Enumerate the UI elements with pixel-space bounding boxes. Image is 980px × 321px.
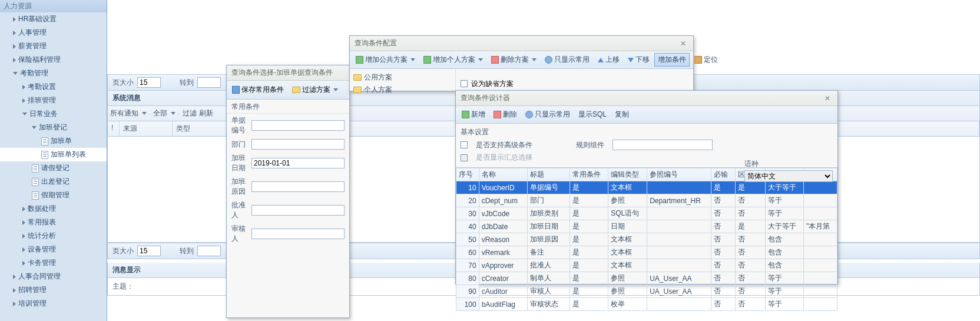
save-common-button[interactable]: 保存常用条件 bbox=[229, 83, 287, 97]
tb-删除[interactable]: 删除 bbox=[490, 108, 521, 121]
sidebar-item[interactable]: 考勤管理 bbox=[0, 67, 107, 80]
table-row[interactable]: 10VoucherID单据编号是文本框是是大于等于 bbox=[456, 181, 837, 194]
table-row[interactable]: 100bAuditFlag审核状态是枚举否否等于 bbox=[456, 298, 837, 311]
sidebar-item[interactable]: 请假登记 bbox=[0, 161, 107, 175]
default-checkbox[interactable] bbox=[461, 80, 468, 87]
tb-定位[interactable]: 定位 bbox=[691, 53, 721, 67]
cell: 100 bbox=[456, 298, 479, 311]
field-input[interactable] bbox=[251, 229, 345, 239]
col-header[interactable]: 参照编号 bbox=[647, 168, 711, 181]
sidebar-item[interactable]: 出差登记 bbox=[0, 175, 107, 188]
sidebar-item[interactable]: 培训管理 bbox=[0, 297, 107, 310]
cell: 否 bbox=[736, 207, 766, 220]
tb-refresh[interactable]: 刷新 bbox=[199, 108, 213, 118]
col-header[interactable]: 标题 bbox=[527, 168, 570, 181]
filter-scheme-button[interactable]: 过滤方案 bbox=[289, 83, 341, 97]
cell: 文本框 bbox=[608, 181, 647, 194]
close-icon[interactable]: ✕ bbox=[678, 39, 688, 48]
tb-filter[interactable]: 过滤 bbox=[183, 108, 197, 118]
tb-增加个人方案[interactable]: 增加个人方案 bbox=[420, 53, 486, 67]
rule-input[interactable] bbox=[612, 140, 713, 150]
sidebar-item[interactable]: 保险福利管理 bbox=[0, 53, 107, 67]
sidebar-item[interactable]: 薪资管理 bbox=[0, 39, 107, 53]
sidebar-item[interactable]: 考勤设置 bbox=[0, 80, 107, 94]
tb-增加公共方案[interactable]: 增加公共方案 bbox=[352, 53, 419, 67]
sidebar-item[interactable]: 常用报表 bbox=[0, 216, 107, 229]
pagesize-input[interactable] bbox=[137, 77, 161, 88]
cell: 是 bbox=[570, 233, 608, 246]
lang-select[interactable]: 简体中文 bbox=[744, 170, 833, 182]
sidebar-item[interactable]: 日常业务 bbox=[0, 107, 107, 121]
eye-icon bbox=[545, 56, 552, 64]
table-row[interactable]: 40dJbDate加班日期是日期否是大于等于"本月第 bbox=[456, 220, 837, 233]
modal2-titlebar: 查询条件配置 ✕ bbox=[350, 36, 693, 51]
tb-删除方案[interactable]: 删除方案 bbox=[488, 53, 540, 67]
goto-input[interactable] bbox=[197, 77, 221, 88]
field-label: 加班原因 bbox=[231, 177, 248, 197]
cell: 参照 bbox=[608, 285, 647, 298]
cell bbox=[647, 181, 711, 194]
col-header[interactable]: 序号 bbox=[456, 168, 479, 181]
tb-下移[interactable]: 下移 bbox=[624, 53, 653, 67]
sidebar-item-label: 日常业务 bbox=[29, 109, 58, 119]
sidebar-item[interactable]: 排班管理 bbox=[0, 94, 107, 107]
col-header[interactable]: 名称 bbox=[479, 168, 527, 181]
sidebar-item[interactable]: 人事合同管理 bbox=[0, 270, 107, 283]
tb-all[interactable]: 全部 bbox=[153, 108, 167, 118]
field-input[interactable] bbox=[251, 181, 345, 192]
sidebar-item[interactable]: 统计分析 bbox=[0, 229, 107, 243]
table-row[interactable]: 20cDept_num部门是参照Department_HR否否等于 bbox=[456, 194, 837, 207]
sidebar-item[interactable]: 加班单 bbox=[0, 134, 107, 148]
sidebar-item[interactable]: 招聘管理 bbox=[0, 283, 107, 297]
tree-private[interactable]: 个人方案 bbox=[353, 84, 452, 96]
tb-只显示常用[interactable]: 只显示常用 bbox=[522, 108, 574, 121]
field-input[interactable] bbox=[251, 205, 345, 216]
table-row[interactable]: 60vRemark备注是文本框否否包含 bbox=[456, 246, 837, 259]
close-icon[interactable]: ✕ bbox=[822, 94, 833, 102]
twisty-icon bbox=[13, 31, 16, 35]
table-row[interactable]: 70vApprover批准人是文本框否否包含 bbox=[456, 259, 837, 272]
disk-icon bbox=[232, 86, 240, 94]
sidebar-item[interactable]: 加班登记 bbox=[0, 121, 107, 134]
tb-allnotice[interactable]: 所有通知 bbox=[110, 108, 138, 118]
goto-input-2[interactable] bbox=[197, 246, 221, 256]
tb-新增[interactable]: 新增 bbox=[458, 108, 489, 121]
sidebar-item[interactable]: 假期管理 bbox=[0, 188, 107, 202]
chevron-down-icon bbox=[410, 58, 415, 61]
tb-上移[interactable]: 上移 bbox=[594, 53, 623, 67]
tb-复制[interactable]: 复制 bbox=[611, 108, 633, 121]
table-row[interactable]: 80cCreator制单人是参照UA_User_AA否否等于 bbox=[456, 272, 837, 285]
tb-显示SQL[interactable]: 显示SQL bbox=[575, 108, 610, 121]
field-input[interactable] bbox=[251, 158, 345, 168]
table-row[interactable]: 30vJbCode加班类别是SQL语句否否等于 bbox=[456, 207, 837, 220]
cell: UA_User_AA bbox=[647, 285, 711, 298]
cell: 否 bbox=[711, 285, 736, 298]
table-row[interactable]: 90cAuditor审核人是参照UA_User_AA否否等于 bbox=[456, 285, 837, 298]
pagesize-input-2[interactable] bbox=[137, 246, 161, 256]
sidebar-item[interactable]: HR基础设置 bbox=[0, 12, 107, 26]
twisty-icon bbox=[13, 58, 16, 62]
cell: VoucherID bbox=[479, 181, 527, 194]
adv-checkbox[interactable] bbox=[461, 141, 468, 148]
sidebar-item[interactable]: 加班单列表 bbox=[0, 148, 107, 161]
tree-public[interactable]: 公用方案 bbox=[353, 71, 452, 84]
cell: vApprover bbox=[479, 259, 527, 272]
sidebar-item[interactable]: 卡务管理 bbox=[0, 256, 107, 270]
field-input[interactable] bbox=[251, 139, 345, 150]
field-input[interactable] bbox=[251, 120, 345, 131]
cell bbox=[647, 298, 711, 311]
sidebar-item[interactable]: 设备管理 bbox=[0, 243, 107, 256]
cell bbox=[647, 207, 711, 220]
col-header[interactable]: 常用条件 bbox=[570, 168, 608, 181]
tb-增加条件[interactable]: 增加条件 bbox=[654, 53, 690, 67]
sidebar-item[interactable]: 数据处理 bbox=[0, 202, 107, 216]
cell: cAuditor bbox=[479, 285, 527, 298]
table-row[interactable]: 50vReason加班原因是文本框否否包含 bbox=[456, 233, 837, 246]
cell bbox=[804, 194, 837, 207]
tb-只显示常用[interactable]: 只显示常用 bbox=[541, 53, 593, 67]
col-header[interactable]: 编辑类型 bbox=[608, 168, 647, 181]
col-header[interactable]: 必输 bbox=[711, 168, 736, 181]
cell: 否 bbox=[736, 246, 766, 259]
cell bbox=[647, 233, 711, 246]
sidebar-item[interactable]: 人事管理 bbox=[0, 26, 107, 39]
